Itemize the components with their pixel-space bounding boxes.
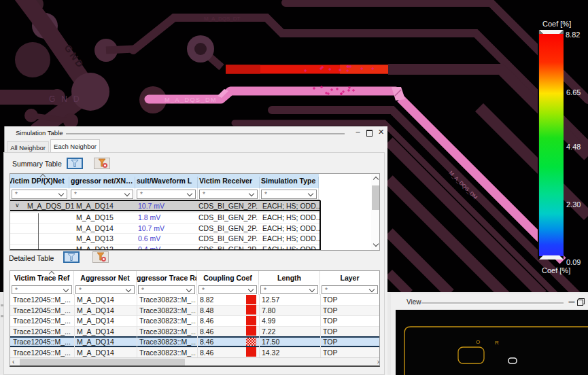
svg-text:O: O [476,339,480,345]
svg-text:4.48: 4.48 [566,143,581,151]
svg-text:GND: GND [49,94,86,104]
svg-text:M_A_DQS_DT: M_A_DQS_DT [204,16,240,22]
svg-text:M_A_DQS_DM: M_A_DQS_DM [165,96,217,103]
svg-text:8.82: 8.82 [566,31,580,39]
svg-text:R: R [495,340,499,346]
svg-text:Coef [%]: Coef [%] [542,20,571,28]
svg-text:6.65: 6.65 [566,88,581,96]
svg-text:2.30: 2.30 [566,200,581,209]
svg-text:Coef [%]: Coef [%] [542,266,570,274]
svg-text:0.09: 0.09 [566,258,581,266]
